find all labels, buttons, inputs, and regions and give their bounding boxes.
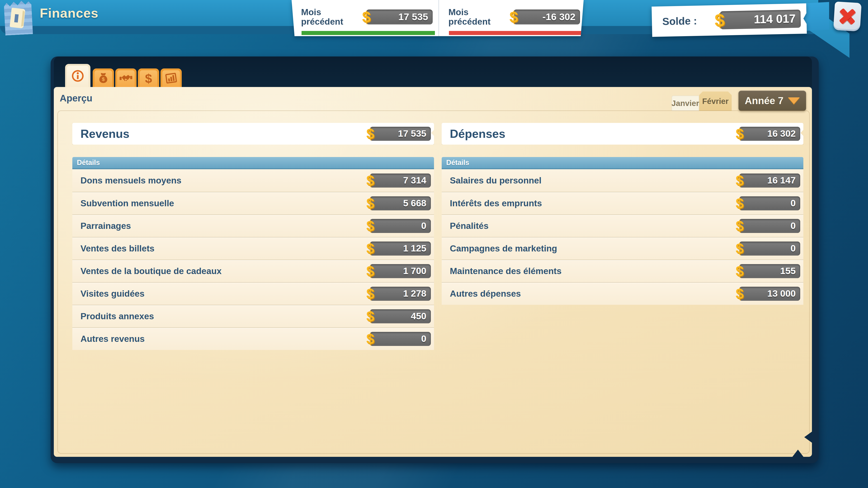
panel-title: Aperçu [60, 93, 92, 104]
amount-pill: 17 535 [366, 9, 433, 24]
dollar-icon: $ [736, 287, 744, 301]
tab-donations[interactable]: $ [93, 68, 114, 87]
dollar-icon: $ [366, 287, 374, 301]
finance-row-amount: $0 [736, 219, 800, 233]
previous-month-expense-amount: $ -16 302 [509, 9, 580, 25]
income-total: $ 17 535 [366, 127, 431, 141]
amount-pill: -16 302 [514, 9, 580, 24]
finance-row: Intérêts des emprunts$0 [442, 192, 803, 215]
year-dropdown[interactable]: Année 7 [739, 91, 806, 111]
balance-label: Solde : [662, 15, 697, 28]
dollar-icon: $ [366, 241, 374, 256]
svg-text:$: $ [102, 76, 105, 82]
previous-month-summary: Mois précédent $ 17 535 Mois précédent $… [291, 0, 584, 36]
finance-row-amount: $450 [366, 309, 431, 324]
handshake-icon [119, 73, 132, 84]
tab-overview[interactable] [65, 64, 90, 87]
finance-row-amount: $0 [366, 219, 431, 233]
tab-strip: $ [54, 57, 812, 87]
finance-row-label: Subvention mensuelle [81, 198, 174, 208]
dollar-icon: $ [145, 72, 152, 85]
income-title: Revenus [81, 127, 129, 140]
finance-row-label: Pénalités [450, 221, 489, 231]
chart-icon [165, 72, 178, 86]
finance-row-label: Maintenance des éléments [450, 266, 561, 276]
expenses-total: $ 16 302 [736, 127, 800, 141]
income-column: Revenus $ 17 535 Détails Dons mensuels m… [72, 123, 434, 350]
amount-pill: 17 535 [370, 127, 431, 141]
finances-window: $ [51, 57, 819, 463]
finance-row-amount: $16 147 [736, 173, 800, 188]
dollar-icon: $ [736, 127, 744, 141]
finance-row: Autres dépenses$13 000 [442, 282, 803, 305]
finance-row-amount: $0 [366, 332, 431, 346]
finance-row-label: Salaires du personnel [450, 175, 541, 186]
resize-handle-right[interactable] [804, 431, 812, 443]
tab-sponsorships[interactable] [115, 68, 136, 87]
game-screen: Finances Mois précédent $ 17 535 Mois pr… [0, 0, 868, 488]
finance-row: Parrainages$0 [72, 215, 434, 237]
info-icon [71, 69, 84, 84]
finance-row-amount: $13 000 [736, 287, 800, 301]
chevron-down-icon [788, 97, 800, 104]
dollar-icon: $ [736, 241, 744, 256]
overview-panel: Aperçu Janvier Février Année 7 Revenus [54, 87, 812, 457]
amount-pill: 1 700 [370, 264, 431, 278]
previous-month-expense: Mois précédent $ -16 302 [438, 0, 586, 36]
finance-row: Maintenance des éléments$155 [442, 260, 803, 282]
amount-pill: 0 [739, 241, 800, 256]
amount-pill: 7 314 [370, 173, 431, 188]
previous-month-income-label: Mois précédent [301, 7, 362, 26]
amount-pill: 0 [739, 196, 800, 210]
finance-row: Autres revenus$0 [72, 327, 434, 350]
tab-charts[interactable] [160, 68, 182, 87]
finance-row: Ventes de la boutique de cadeaux$1 700 [72, 260, 434, 282]
dollar-icon: $ [736, 196, 744, 210]
month-button-fevrier[interactable]: Février [699, 92, 732, 111]
amount-pill: 450 [370, 309, 431, 323]
dollar-icon: $ [509, 9, 518, 25]
period-selector: Janvier Février Année 7 [672, 91, 806, 111]
dollar-icon: $ [362, 9, 371, 25]
finance-row-label: Parrainages [81, 221, 131, 231]
expenses-details-list: Salaires du personnel$16 147Intérêts des… [442, 169, 803, 305]
amount-pill: 0 [739, 219, 800, 233]
amount-pill: 0 [370, 219, 431, 233]
finance-row-label: Autres dépenses [450, 289, 521, 299]
hud-title: Finances [40, 5, 98, 21]
previous-month-income-amount: $ 17 535 [362, 9, 433, 25]
dollar-icon: $ [736, 264, 744, 278]
finance-row-label: Ventes des billets [81, 243, 154, 254]
resize-handle-bottom[interactable] [792, 450, 804, 457]
finance-row: Visites guidées$1 278 [72, 282, 434, 305]
dollar-icon: $ [715, 11, 725, 29]
finance-row-amount: $155 [736, 264, 800, 278]
expenses-column: Dépenses $ 16 302 Détails Salaires du pe… [442, 123, 803, 350]
money-bag-icon: $ [97, 72, 110, 85]
income-details-list: Dons mensuels moyens$7 314Subvention men… [72, 169, 434, 350]
amount-pill: 16 147 [739, 173, 800, 188]
dollar-icon: $ [366, 219, 374, 233]
previous-month-income: Mois précédent $ 17 535 [291, 0, 438, 36]
balance-amount: $ 114 017 [715, 9, 801, 29]
expenses-details-header: Détails [442, 157, 803, 169]
dollar-icon: $ [366, 196, 374, 210]
previous-month-expense-label: Mois précédent [448, 7, 509, 26]
expenses-header: Dépenses $ 16 302 [442, 123, 803, 144]
dollar-icon: $ [366, 127, 374, 141]
finance-row-amount: $1 125 [366, 241, 431, 256]
close-button[interactable] [833, 2, 862, 32]
balance-box: Solde : $ 114 017 [652, 3, 807, 37]
finance-row: Ventes des billets$1 125 [72, 237, 434, 260]
finance-row-label: Autres revenus [81, 334, 145, 344]
finance-row: Produits annexes$450 [72, 305, 434, 327]
finances-book-icon [4, 0, 33, 35]
finance-row: Subvention mensuelle$5 668 [72, 192, 434, 215]
tab-fees[interactable]: $ [138, 68, 159, 87]
amount-pill: 114 017 [720, 9, 801, 29]
expenses-title: Dépenses [450, 127, 505, 140]
finance-row: Dons mensuels moyens$7 314 [72, 169, 434, 192]
month-button-janvier[interactable]: Janvier [672, 96, 699, 111]
income-header: Revenus $ 17 535 [72, 123, 434, 144]
amount-pill: 155 [739, 264, 800, 278]
